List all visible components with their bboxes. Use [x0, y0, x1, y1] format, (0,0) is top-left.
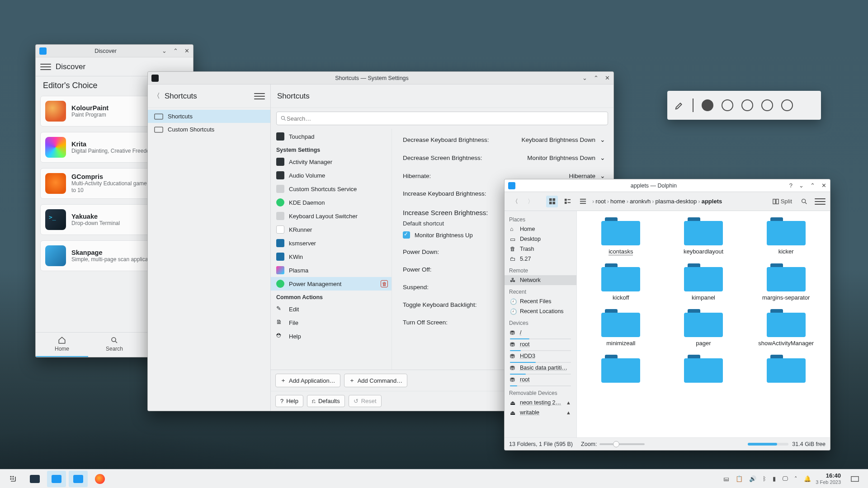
folder-item[interactable]: margins-separator — [746, 263, 826, 301]
sidebar-item-shortcuts[interactable]: Shortcuts — [148, 110, 270, 123]
breadcrumb[interactable]: ›root ›home ›aronkvh ›plasma-desktop ›ap… — [592, 198, 766, 205]
minimize-icon[interactable]: ⌄ — [582, 75, 587, 81]
hamburger-icon[interactable] — [254, 91, 265, 102]
brush-size-dot[interactable] — [781, 99, 793, 111]
discover-titlebar[interactable]: Discover ⌄ ⌃ ✕ — [36, 45, 193, 57]
folder-item[interactable]: keyboardlayout — [664, 217, 743, 255]
device-item[interactable]: ⛃HDD3 — [505, 351, 576, 361]
component-item[interactable]: ✎Edit — [271, 302, 392, 316]
close-icon[interactable]: ✕ — [605, 75, 610, 81]
folder-item[interactable]: kicker — [746, 217, 826, 255]
task-firefox[interactable] — [90, 471, 109, 487]
folder-item[interactable]: kickoff — [581, 263, 660, 301]
chevron-down-icon[interactable]: ⌄ — [600, 154, 605, 161]
zoom-control[interactable]: Zoom: — [581, 441, 645, 447]
view-icons-button[interactable] — [546, 196, 558, 207]
tablet-tool-strip[interactable] — [667, 91, 821, 120]
component-item[interactable]: Activity Manager — [271, 155, 392, 169]
chevron-down-icon[interactable]: ⌄ — [600, 172, 605, 179]
reset-button[interactable]: ↺Reset — [349, 395, 382, 407]
crumb-current[interactable]: applets — [702, 198, 722, 205]
minimize-icon[interactable]: ⌄ — [162, 47, 167, 54]
removable-item[interactable]: ⏏neon testing 2…▲ — [505, 398, 576, 408]
help-button[interactable]: ?Help — [275, 395, 303, 407]
place-desktop[interactable]: ▭Desktop — [505, 234, 576, 244]
sidebar-item-custom-shortcuts[interactable]: Custom Shortcuts — [148, 123, 270, 136]
component-item[interactable]: Custom Shortcuts Service — [271, 182, 392, 196]
notifications-icon[interactable]: 🔔 — [804, 475, 811, 482]
folder-item[interactable]: minimizeall — [581, 309, 660, 347]
removable-item[interactable]: ⏏writable▲ — [505, 408, 576, 418]
system-tray[interactable]: 🖴 📋 🔊 ᛒ ▮ 🖵 ˄ 🔔 — [723, 475, 811, 482]
add-command-button[interactable]: ＋Add Command… — [344, 374, 408, 387]
search-button[interactable] — [798, 196, 810, 207]
view-compact-button[interactable] — [561, 196, 573, 207]
folder-item[interactable] — [581, 355, 660, 385]
crumb[interactable]: root — [595, 198, 605, 205]
folder-item[interactable] — [746, 355, 826, 385]
place-home[interactable]: ⌂Home — [505, 224, 576, 234]
hamburger-icon[interactable] — [40, 61, 51, 72]
nav-home[interactable]: Home — [36, 333, 88, 357]
shortcut-row[interactable]: Decrease Screen Brightness:Monitor Brigh… — [403, 149, 605, 167]
crumb[interactable]: aronkvh — [630, 198, 651, 205]
folder-item[interactable]: icontasks — [581, 217, 660, 255]
component-item[interactable]: KWin — [271, 250, 392, 263]
component-list[interactable]: Touchpad System Settings Activity Manage… — [271, 129, 392, 370]
volume-icon[interactable]: 🔊 — [749, 475, 756, 482]
zoom-slider[interactable] — [599, 443, 645, 445]
crumb[interactable]: home — [610, 198, 625, 205]
shortcut-search-input[interactable] — [287, 115, 604, 122]
task-dolphin[interactable] — [69, 471, 88, 487]
defaults-button[interactable]: ⎌Defaults — [307, 395, 345, 407]
component-item[interactable]: Plasma — [271, 263, 392, 277]
component-item[interactable]: Touchpad — [271, 130, 392, 143]
component-item[interactable]: KDE Daemon — [271, 196, 392, 209]
place-recent-files[interactable]: 🕘Recent Files — [505, 296, 576, 306]
view-details-button[interactable] — [577, 196, 589, 207]
clipboard-icon[interactable]: 📋 — [736, 475, 743, 482]
taskbar-panel[interactable]: 🖴 📋 🔊 ᛒ ▮ 🖵 ˄ 🔔 16:40 3 Feb 2023 — [0, 469, 868, 488]
minimize-icon[interactable]: ⌄ — [799, 182, 804, 189]
chevron-down-icon[interactable]: ⌄ — [600, 136, 605, 143]
close-icon[interactable]: ✕ — [184, 47, 189, 54]
show-desktop-button[interactable] — [845, 471, 864, 487]
maximize-icon[interactable]: ⌃ — [173, 47, 178, 54]
clock[interactable]: 16:40 3 Feb 2023 — [814, 473, 843, 484]
brush-size-dot[interactable] — [722, 99, 733, 111]
nav-back-button[interactable]: 〈 — [509, 196, 521, 207]
shortcut-row[interactable]: Decrease Keyboard Brightness:Keyboard Br… — [403, 131, 605, 149]
eject-icon[interactable]: ▲ — [566, 400, 571, 405]
add-application-button[interactable]: ＋Add Application… — [275, 374, 340, 387]
places-panel[interactable]: Places ⌂Home ▭Desktop 🗑Trash 🗀5.27 Remot… — [505, 211, 577, 437]
folder-item[interactable]: kimpanel — [664, 263, 743, 301]
folder-grid[interactable]: icontasks keyboardlayout kicker kickoff … — [577, 211, 830, 437]
settings-titlebar[interactable]: Shortcuts — System Settings ⌄ ⌃ ✕ — [148, 72, 613, 84]
dolphin-titlebar[interactable]: applets — Dolphin ? ⌄ ⌃ ✕ — [505, 179, 830, 192]
maximize-icon[interactable]: ⌃ — [810, 182, 815, 189]
component-item[interactable]: KRunner — [271, 223, 392, 236]
place-recent-locations[interactable]: 🕘Recent Locations — [505, 306, 576, 316]
help-icon[interactable]: ? — [789, 182, 793, 189]
task-discover[interactable] — [47, 471, 66, 487]
place-network[interactable]: 🖧Network — [505, 275, 576, 285]
folder-item[interactable]: showActivityManager — [746, 309, 826, 347]
device-item[interactable]: ⛃/ — [505, 328, 576, 338]
eyedropper-icon[interactable] — [675, 100, 684, 110]
battery-icon[interactable]: ▮ — [773, 475, 776, 482]
folder-item[interactable]: pager — [664, 309, 743, 347]
bluetooth-icon[interactable]: ᛒ — [763, 475, 766, 482]
component-item[interactable]: 🗎File — [271, 316, 392, 329]
device-item[interactable]: ⛃root — [505, 339, 576, 349]
brush-size-dot[interactable] — [761, 99, 773, 111]
crumb[interactable]: plasma-desktop — [656, 198, 697, 205]
nav-search[interactable]: Search — [88, 333, 141, 357]
component-item[interactable]: ⛑Help — [271, 329, 392, 343]
component-item[interactable]: Audio Volume — [271, 169, 392, 182]
split-button[interactable]: Split — [770, 196, 795, 207]
eject-icon[interactable]: ▲ — [566, 410, 571, 415]
checkbox-checked-icon[interactable] — [403, 231, 410, 239]
place-folder[interactable]: 🗀5.27 — [505, 254, 576, 264]
component-item[interactable]: Keyboard Layout Switcher — [271, 209, 392, 223]
task-system-settings[interactable] — [25, 471, 44, 487]
